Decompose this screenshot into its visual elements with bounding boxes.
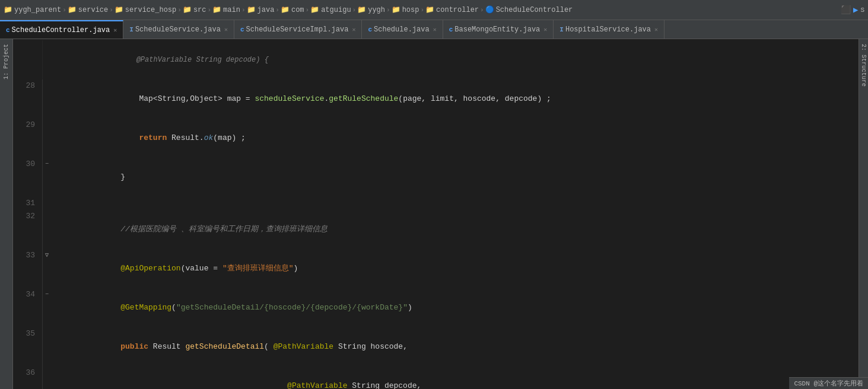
right-sidebar: 2: Structure [859,39,868,389]
line-number: 34 [13,288,43,327]
tab-schedule-service-impl[interactable]: c ScheduleServiceImpl.java ✕ [234,20,362,39]
project-sidebar-label[interactable]: 1: Project [2,42,11,82]
breadcrumb-file-schedule-controller[interactable]: 🔵 ScheduleController [485,5,573,14]
fold-gutter [43,119,51,158]
line-row: 34 − @GetMapping("getScheduleDetail/{hos… [13,288,859,327]
breadcrumb-folder-service[interactable]: 📁 service [68,5,108,14]
line-number: 35 [13,327,43,366]
line-number: 36 [13,366,43,389]
code-editor[interactable]: @PathVariable String depcode) { 28 Map<S… [13,39,859,389]
status-bar: CSDN @这个名字先用着 [789,377,868,389]
line-row: 35 public Result getScheduleDetail( @Pat… [13,327,859,366]
nav-forward-icon[interactable]: ▶ [853,5,858,15]
fold-gutter [43,197,51,210]
fold-gutter [43,210,51,249]
tab-close-button[interactable]: ✕ [224,26,228,33]
breadcrumb-folder-src[interactable]: 📁 src [183,5,206,14]
folder-icon: 📁 [68,5,77,14]
line-row: 28 Map<String,Object> map = scheduleServ… [13,79,859,119]
line-content: //根据医院编号 、科室编号和工作日期，查询排班详细信息 [51,210,859,249]
tab-type-icon: c [240,26,244,33]
fold-gutter [43,79,51,119]
folder-icon: 📁 [4,5,12,14]
fold-gutter [43,327,51,366]
folder-icon: 📁 [357,5,366,14]
folder-icon: 📁 [183,5,192,14]
fold-collapse-icon[interactable]: − [45,291,49,298]
line-number: 28 [13,79,43,119]
line-row: 36 @PathVariable String depcode, [13,366,859,389]
line-number: 32 [13,210,43,249]
line-content: Map<String,Object> map = scheduleService… [51,79,859,119]
line-content: @PathVariable String depcode) { [51,40,859,79]
breadcrumb-folder-java[interactable]: 📁 java [247,5,275,14]
folder-icon: 📁 [281,5,290,14]
breadcrumb-folder-service-hosp[interactable]: 📁 service_hosp [115,5,176,14]
fold-gutter[interactable]: − [43,158,51,197]
line-number [13,40,43,79]
folder-icon: 📁 [247,5,256,14]
left-sidebar: 1: Project [0,39,13,389]
breadcrumb-folder-main[interactable]: 📁 main [212,5,240,14]
line-content: return Result.ok(map) ; [51,119,859,158]
line-row: 31 [13,197,859,210]
line-number: 30 [13,158,43,197]
fold-gutter [43,366,51,389]
folder-icon: 📁 [425,5,434,14]
breadcrumb-folder-yygh[interactable]: 📁 yygh [357,5,385,14]
line-row: 33 ▽ @ApiOperation(value = "查询排班详细信息") [13,249,859,288]
breadcrumb-folder-com[interactable]: 📁 com [281,5,304,14]
tab-close-button[interactable]: ✕ [654,26,658,33]
tab-schedule-service[interactable]: I ScheduleService.java ✕ [123,20,234,39]
line-content: @GetMapping("getScheduleDetail/{hoscode}… [51,288,859,327]
tab-type-icon: I [559,26,564,33]
tab-close-button[interactable]: ✕ [543,26,547,33]
line-content: @PathVariable String depcode, [51,366,859,389]
structure-sidebar-label[interactable]: 2: Structure [859,42,868,89]
tab-schedule[interactable]: c Schedule.java ✕ [362,20,443,39]
breadcrumb-bar: 📁 yygh_parent › 📁 service › 📁 service_ho… [0,0,868,20]
fold-expand-icon[interactable]: ▽ [45,252,49,259]
line-number: 33 [13,249,43,288]
folder-icon: 📁 [115,5,123,14]
line-content [51,197,859,210]
line-content: public Result getScheduleDetail( @PathVa… [51,327,859,366]
main-area: 1: Project @PathVariable String depcode)… [0,39,868,389]
tab-type-icon: c [6,27,10,34]
tab-type-icon: I [129,26,133,33]
fold-gutter [43,40,51,79]
breadcrumb-folder-atguigu[interactable]: 📁 atguigu [310,5,351,14]
status-text: CSDN @这个名字先用着 [794,380,863,387]
tab-close-button[interactable]: ✕ [433,26,437,33]
breadcrumb-folder-controller[interactable]: 📁 controller [425,5,479,14]
tab-type-icon: c [368,26,372,33]
line-row: @PathVariable String depcode) { [13,40,859,79]
line-row: 32 //根据医院编号 、科室编号和工作日期，查询排班详细信息 [13,210,859,249]
folder-icon: 📁 [392,5,400,14]
breadcrumb-folder-hosp[interactable]: 📁 hosp [392,5,419,14]
tab-close-button[interactable]: ✕ [113,27,117,34]
line-number: 31 [13,197,43,210]
java-file-icon: 🔵 [485,5,494,14]
line-content: } [51,158,859,197]
tabs-bar: c ScheduleController.java ✕ I ScheduleSe… [0,20,868,39]
fold-collapse-icon[interactable]: − [45,161,49,167]
tab-type-icon: c [449,26,453,33]
breadcrumb-folder-yygh-parent[interactable]: 📁 yygh_parent [4,5,61,14]
tab-schedule-controller[interactable]: c ScheduleController.java ✕ [0,20,123,39]
code-scroll-area[interactable]: 28 Map<String,Object> map = scheduleServ… [13,79,859,389]
line-row: 29 return Result.ok(map) ; [13,119,859,158]
folder-icon: 📁 [212,5,221,14]
fold-gutter[interactable]: − [43,288,51,327]
folder-icon: 📁 [310,5,319,14]
nav-extra-icon[interactable]: S [860,7,864,14]
tab-hospital-service[interactable]: I HospitalService.java ✕ [554,20,664,39]
line-row: 30 − } [13,158,859,197]
nav-back-icon[interactable]: ⬛ [841,5,851,15]
fold-gutter[interactable]: ▽ [43,249,51,288]
tab-close-button[interactable]: ✕ [352,26,355,33]
tab-base-mongo-entity[interactable]: c BaseMongoEntity.java ✕ [443,20,554,39]
line-number: 29 [13,119,43,158]
line-content: @ApiOperation(value = "查询排班详细信息") [51,249,859,288]
